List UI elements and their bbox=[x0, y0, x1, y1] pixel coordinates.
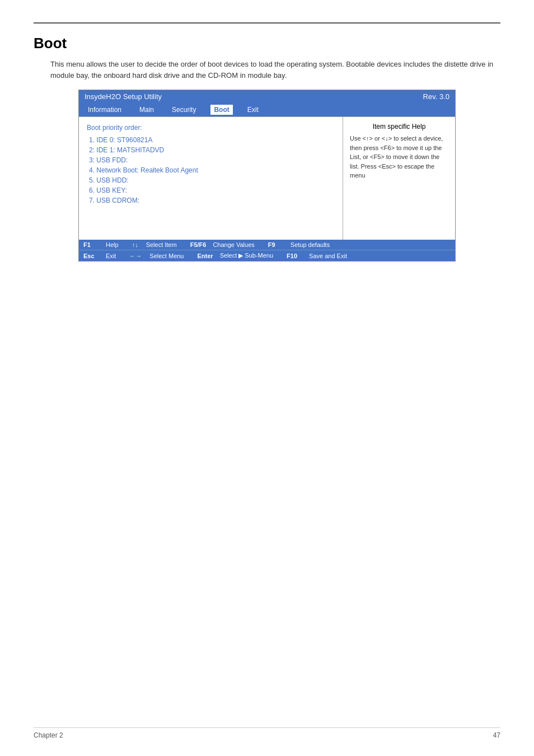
page-number: 47 bbox=[493, 731, 500, 739]
bios-title-text: InsydeH2O Setup Utility bbox=[85, 92, 162, 101]
key-f1: F1 bbox=[83, 241, 99, 248]
key-enter: Enter bbox=[198, 253, 213, 259]
desc-help: Help bbox=[106, 241, 119, 248]
page-title: Boot bbox=[34, 35, 500, 52]
desc-select-item: Select Item bbox=[146, 241, 177, 248]
boot-item-5: 5. USB HDD: bbox=[87, 176, 335, 184]
bios-footer-row1: F1 Help ↑↓ Select Item F5/F6 Change Valu… bbox=[79, 240, 455, 250]
key-esc: Esc bbox=[83, 253, 99, 259]
boot-priority-label: Boot priority order: bbox=[87, 124, 335, 132]
boot-item-6: 6. USB KEY: bbox=[87, 186, 335, 194]
desc-setup-defaults: Setup defaults bbox=[291, 241, 330, 248]
help-text: Use <↑> or <↓> to select a device, then … bbox=[350, 134, 448, 180]
help-title: Item specific Help bbox=[350, 123, 448, 130]
bios-screen: InsydeH2O Setup Utility Rev. 3.0 Informa… bbox=[78, 90, 456, 262]
bios-footer-row2: Esc Exit ←→ Select Menu Enter Select ▶ S… bbox=[79, 250, 455, 261]
boot-item-4: 4. Network Boot: Realtek Boot Agent bbox=[87, 166, 335, 174]
desc-save-exit: Save and Exit bbox=[309, 253, 347, 259]
bios-menu-security[interactable]: Security bbox=[168, 105, 199, 115]
boot-item-3: 3: USB FDD: bbox=[87, 156, 335, 164]
boot-item-2: 2: IDE 1: MATSHITADVD bbox=[87, 146, 335, 154]
key-f9: F9 bbox=[268, 241, 284, 248]
leftright-icon: ←→ bbox=[129, 253, 142, 259]
bios-rev-text: Rev. 3.0 bbox=[423, 92, 449, 101]
bios-content: Boot priority order: 1. IDE 0: ST960821A… bbox=[79, 116, 455, 240]
bios-titlebar: InsydeH2O Setup Utility Rev. 3.0 bbox=[79, 90, 455, 103]
desc-exit: Exit bbox=[106, 253, 116, 259]
top-divider bbox=[34, 22, 500, 24]
bios-menubar: Information Main Security Boot Exit bbox=[79, 103, 455, 116]
bios-left-panel: Boot priority order: 1. IDE 0: ST960821A… bbox=[79, 117, 343, 240]
bios-wrapper: InsydeH2O Setup Utility Rev. 3.0 Informa… bbox=[78, 90, 456, 262]
page-footer: Chapter 2 47 bbox=[34, 727, 500, 739]
boot-item-1: 1. IDE 0: ST960821A bbox=[87, 136, 335, 144]
desc-select-submenu: Select ▶ Sub-Menu bbox=[220, 252, 273, 259]
bios-footer: F1 Help ↑↓ Select Item F5/F6 Change Valu… bbox=[79, 240, 455, 261]
bios-menu-information[interactable]: Information bbox=[85, 105, 125, 115]
page-container: Boot This menu allows the user to decide… bbox=[0, 0, 534, 295]
desc-change-values: Change Values bbox=[213, 241, 254, 248]
boot-item-7: 7. USB CDROM: bbox=[87, 197, 335, 204]
bios-menu-boot[interactable]: Boot bbox=[210, 105, 232, 115]
bios-menu-main[interactable]: Main bbox=[136, 105, 157, 115]
key-f10: F10 bbox=[287, 253, 302, 259]
bios-menu-exit[interactable]: Exit bbox=[244, 105, 262, 115]
chapter-label: Chapter 2 bbox=[34, 731, 63, 739]
desc-select-menu: Select Menu bbox=[149, 253, 184, 259]
bios-right-panel: Item specific Help Use <↑> or <↓> to sel… bbox=[343, 117, 455, 240]
key-f5f6: F5/F6 bbox=[190, 241, 207, 248]
description: This menu allows the user to decide the … bbox=[50, 59, 500, 81]
updown-icon: ↑↓ bbox=[132, 241, 138, 248]
